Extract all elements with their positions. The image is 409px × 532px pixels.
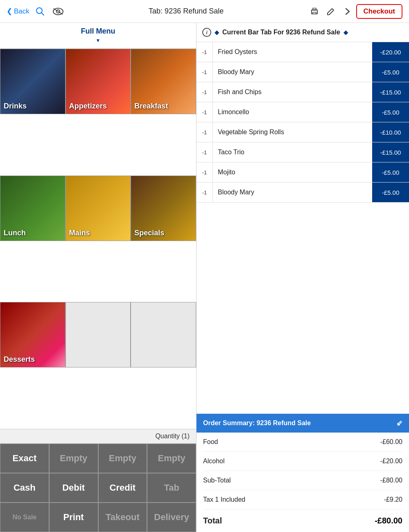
search-button[interactable] [33,4,47,19]
right-panel: i ◆ Current Bar Tab For 9236 Refund Sale… [197,23,409,532]
order-item-minus-8[interactable]: -1 [197,183,213,202]
order-summary-section: Order Summary: 9236 Refund Sale ⇙ Food-£… [197,414,409,532]
bottom-left-panel: Quantity (1) ExactEmptyEmptyEmptyCashDeb… [0,429,196,532]
menu-item-lunch[interactable]: Lunch [0,176,66,241]
numpad-empty-2[interactable]: Empty [98,444,147,473]
search-icon [36,7,45,16]
order-item-price-4: -£5.00 [372,102,409,122]
eye-button[interactable] [51,4,66,19]
table-row: -1Bloody Mary-£5.00 [197,62,409,82]
order-items-list: -1Fried Oysters-£20.00-1Bloody Mary-£5.0… [197,42,409,414]
order-item-name-1: Fried Oysters [213,43,372,61]
order-item-minus-3[interactable]: -1 [197,82,213,102]
summary-amount-food: -£60.00 [380,438,402,446]
menu-item-label-lunch: Lunch [0,225,65,241]
menu-item-empty2[interactable] [131,302,196,367]
order-summary-title: Order Summary: 9236 Refund Sale [203,419,311,427]
back-label: Back [14,7,29,16]
svg-rect-6 [313,8,316,10]
top-nav-bar: ❮ Back Tab: 9236 Refund Sale [0,0,409,23]
menu-item-label-breakfast: Breakfast [131,99,196,114]
summary-amount-subtotal: -£80.00 [380,477,402,484]
numpad-grid: ExactEmptyEmptyEmptyCashDebitCreditTabNo… [0,444,196,532]
summary-label-alcohol: Alcohol [203,458,224,465]
table-row: -1Limoncello-£5.00 [197,102,409,122]
top-bar-right: Checkout [307,4,402,19]
numpad-credit[interactable]: Credit [98,473,147,503]
info-icon[interactable]: i [202,28,211,37]
menu-item-appetizers[interactable]: Appetizers [66,49,131,114]
menu-item-bg-empty1 [66,302,131,367]
checkout-button[interactable]: Checkout [356,4,402,19]
diamond-icon-left: ◆ [215,29,219,36]
tab-title: Tab: 9236 Refund Sale [149,7,224,16]
order-item-name-5: Vegetable Spring Rolls [213,123,372,142]
order-item-minus-4[interactable]: -1 [197,102,213,122]
table-row: -1Taco Trio-£15.00 [197,142,409,162]
order-item-name-7: Mojito [213,163,372,182]
svg-line-1 [41,13,44,15]
summary-row-subtotal: Sub-Total-£80.00 [203,471,402,490]
summary-label-subtotal: Sub-Total [203,477,231,484]
back-button[interactable]: ❮ Back [7,7,29,16]
table-row: -1Vegetable Spring Rolls-£10.00 [197,122,409,142]
numpad-exact[interactable]: Exact [0,444,49,473]
forward-button[interactable] [340,4,355,19]
menu-item-breakfast[interactable]: Breakfast [131,49,196,114]
numpad-empty-3[interactable]: Empty [147,444,196,473]
menu-item-bg-empty2 [131,302,196,367]
menu-item-mains[interactable]: Mains [66,176,131,241]
numpad-debit[interactable]: Debit [49,473,98,503]
order-summary-header: Order Summary: 9236 Refund Sale ⇙ [197,414,409,433]
menu-item-label-specials: Specials [131,225,196,241]
order-item-minus-6[interactable]: -1 [197,142,213,162]
menu-item-empty1[interactable] [66,302,131,367]
forward-icon [343,7,352,16]
bar-tab-title: Current Bar Tab For 9236 Refund Sale [222,29,340,36]
menu-item-desserts[interactable]: Desserts [0,302,66,367]
numpad-no-sale[interactable]: No Sale [0,503,49,532]
order-item-name-6: Taco Trio [213,143,372,162]
diamond-icon-right: ◆ [343,29,348,36]
menu-item-label-drinks: Drinks [0,99,65,114]
menu-grid: DrinksAppetizersBreakfastLunchMainsSpeci… [0,49,196,429]
numpad-empty-1[interactable]: Empty [49,444,98,473]
summary-row-alcohol: Alcohol-£20.00 [203,452,402,471]
summary-amount-total: -£80.00 [375,516,402,525]
collapse-icon[interactable]: ⇙ [396,419,402,428]
order-item-price-6: -£15.00 [372,142,409,162]
menu-item-drinks[interactable]: Drinks [0,49,66,114]
summary-amount-alcohol: -£20.00 [380,458,402,465]
summary-row-tax: Tax 1 Included-£9.20 [203,490,402,509]
left-panel: Full Menu ▼ DrinksAppetizersBreakfastLun… [0,23,197,532]
main-layout: Full Menu ▼ DrinksAppetizersBreakfastLun… [0,23,409,532]
summary-label-total: Total [203,516,222,525]
order-item-price-2: -£5.00 [372,62,409,82]
back-chevron-icon: ❮ [7,7,12,16]
menu-item-specials[interactable]: Specials [131,176,196,241]
numpad-print[interactable]: Print [49,503,98,532]
order-item-minus-2[interactable]: -1 [197,62,213,82]
full-menu-header: Full Menu ▼ [0,23,196,49]
summary-amount-tax: -£9.20 [384,496,402,503]
numpad-cash[interactable]: Cash [0,473,49,503]
numpad-takeout[interactable]: Takeout [98,503,147,532]
order-item-price-3: -£15.00 [372,82,409,102]
top-bar-left: ❮ Back [7,4,66,19]
order-item-name-8: Bloody Mary [213,183,372,202]
numpad-delivery[interactable]: Delivery [147,503,196,532]
order-item-minus-7[interactable]: -1 [197,162,213,182]
print-button[interactable] [307,4,322,19]
numpad-tab[interactable]: Tab [147,473,196,503]
bar-tab-header: i ◆ Current Bar Tab For 9236 Refund Sale… [197,23,409,42]
table-row: -1Mojito-£5.00 [197,162,409,183]
tab-title-text: Tab: 9236 Refund Sale [149,7,224,16]
order-item-minus-5[interactable]: -1 [197,122,213,142]
edit-button[interactable] [323,4,338,19]
table-row: -1Fried Oysters-£20.00 [197,42,409,62]
summary-row-food: Food-£60.00 [203,433,402,452]
order-item-minus-1[interactable]: -1 [197,42,213,62]
menu-item-label-appetizers: Appetizers [66,99,131,114]
menu-expand-arrow[interactable]: ▼ [96,38,101,43]
order-item-name-4: Limoncello [213,103,372,122]
